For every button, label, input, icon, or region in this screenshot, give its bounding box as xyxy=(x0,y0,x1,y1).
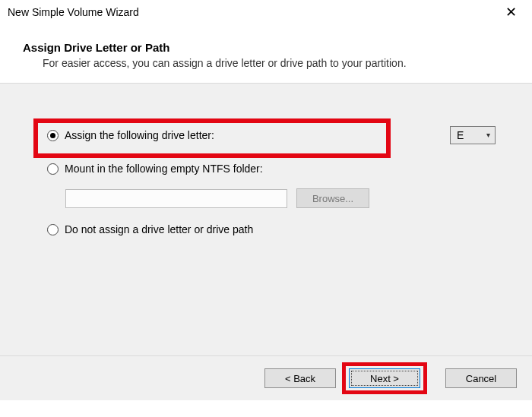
mount-folder-path-input xyxy=(65,189,287,208)
chevron-down-icon: ▾ xyxy=(486,128,490,143)
option-mount-folder-label: Mount in the following empty NTFS folder… xyxy=(65,161,496,176)
close-icon[interactable]: ✕ xyxy=(499,2,523,22)
option-mount-folder[interactable]: Mount in the following empty NTFS folder… xyxy=(47,161,496,176)
radio-no-assign[interactable] xyxy=(47,224,59,235)
wizard-button-bar: < Back Next > Cancel xyxy=(0,356,532,400)
option-no-assign-label: Do not assign a drive letter or drive pa… xyxy=(65,222,496,237)
titlebar: New Simple Volume Wizard ✕ xyxy=(0,0,532,24)
back-button[interactable]: < Back xyxy=(264,368,336,388)
next-button-wrapper: Next > xyxy=(344,364,426,393)
window-title: New Simple Volume Wizard xyxy=(8,6,139,18)
radio-assign-drive-letter[interactable] xyxy=(47,130,59,141)
option-assign-drive-letter[interactable]: Assign the following drive letter: E ▾ xyxy=(47,126,496,144)
wizard-content: Assign the following drive letter: E ▾ M… xyxy=(0,84,532,355)
step-description: For easier access, you can assign a driv… xyxy=(23,57,511,69)
option-no-assign[interactable]: Do not assign a drive letter or drive pa… xyxy=(47,222,496,237)
option-assign-drive-letter-label: Assign the following drive letter: xyxy=(65,128,359,143)
step-title: Assign Drive Letter or Path xyxy=(23,41,511,54)
radio-mount-folder[interactable] xyxy=(47,163,59,175)
cancel-button[interactable]: Cancel xyxy=(445,368,517,388)
mount-folder-controls: Browse... xyxy=(47,188,496,208)
browse-button: Browse... xyxy=(296,188,369,208)
drive-letter-select[interactable]: E ▾ xyxy=(450,126,496,144)
wizard-header: Assign Drive Letter or Path For easier a… xyxy=(0,24,532,83)
drive-letter-value: E xyxy=(457,128,464,143)
next-button[interactable]: Next > xyxy=(349,368,420,388)
